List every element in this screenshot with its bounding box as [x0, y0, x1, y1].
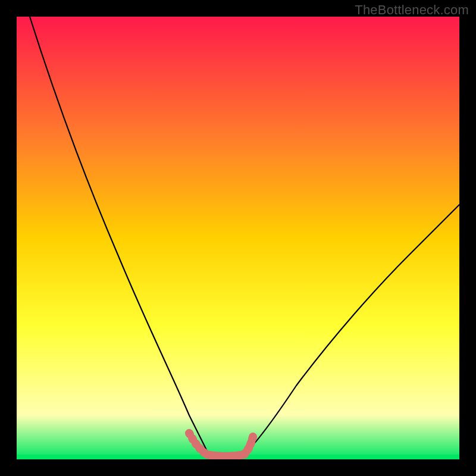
plot-area [17, 17, 459, 459]
chart-svg [17, 17, 459, 459]
marker-bottom [207, 455, 244, 456]
chart-frame: TheBottleneck.com [0, 0, 476, 476]
watermark-text: TheBottleneck.com [355, 2, 469, 18]
gradient-background [17, 17, 459, 459]
